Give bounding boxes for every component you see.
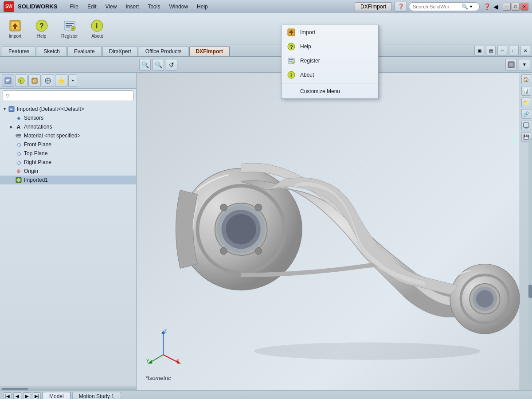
horizontal-scrollbar[interactable] <box>0 387 136 390</box>
tree-annotations[interactable]: ▶ A Annotations <box>0 122 136 131</box>
minimize-panel-button[interactable]: ─ <box>497 46 507 55</box>
tabs-bar: Features Sketch Evaluate DimXpert Office… <box>0 44 532 57</box>
nav-prev[interactable]: ◀ <box>13 392 21 399</box>
tab-features[interactable]: Features <box>2 46 36 56</box>
import-icon <box>8 19 22 33</box>
scroll-thumb[interactable] <box>2 388 28 390</box>
dropdown-about[interactable]: i About <box>282 68 378 82</box>
collapse-panel-button[interactable]: ▣ <box>474 46 484 55</box>
imported1-label: Imported1 <box>24 177 133 183</box>
view-dropdown-button[interactable]: ▼ <box>519 59 530 70</box>
svg-rect-28 <box>10 109 12 110</box>
register-icon: ✓ <box>63 19 77 33</box>
config-tree-button[interactable]: ⚙ <box>28 74 41 87</box>
dropdown-help-icon: ? <box>287 42 296 51</box>
dxfimport-button[interactable]: DXFImport <box>355 2 392 11</box>
top-plane-label: Top Plane <box>24 150 133 156</box>
help-icon[interactable]: ❓ <box>482 2 492 11</box>
panel-more-button[interactable]: » <box>68 74 77 87</box>
about-icon: i <box>90 19 104 33</box>
dropdown-help[interactable]: ? Help <box>282 39 378 54</box>
annotations-expander[interactable]: ▶ <box>10 125 15 129</box>
svg-rect-17 <box>6 80 9 81</box>
favorites-button[interactable]: ⭐ <box>55 74 67 87</box>
menu-help[interactable]: Help <box>193 3 211 11</box>
feature-tree: ▼ Imported (Default<<Default> ◆ Sensors … <box>0 103 136 387</box>
nav-next[interactable]: ▶ <box>23 392 31 399</box>
toolbar-help[interactable]: ? Help <box>32 17 51 40</box>
tree-sensors[interactable]: ◆ Sensors <box>0 113 136 122</box>
tab-model[interactable]: Model <box>43 392 70 399</box>
menu-file[interactable]: File <box>66 3 82 11</box>
feature-tree-button[interactable] <box>2 74 14 87</box>
tree-root[interactable]: ▼ Imported (Default<<Default> <box>0 105 136 113</box>
nav-first[interactable]: |◀ <box>4 392 12 399</box>
help-circle-button[interactable]: ❓ <box>395 2 407 12</box>
tab-motion-study[interactable]: Motion Study 1 <box>72 392 121 399</box>
tab-evaluate[interactable]: Evaluate <box>67 46 102 56</box>
root-expander[interactable]: ▼ <box>3 107 8 111</box>
menu-insert[interactable]: Insert <box>122 3 142 11</box>
toolbar-register[interactable]: ✓ Register <box>59 17 80 40</box>
search-icon[interactable]: 🔍 <box>462 4 468 10</box>
dropdown-register[interactable]: Register <box>282 54 378 68</box>
svg-text:?: ? <box>290 44 293 50</box>
tree-front-plane[interactable]: ◇ Front Plane <box>0 140 136 149</box>
menu-tools[interactable]: Tools <box>144 3 164 11</box>
rs-chart-button[interactable]: 📊 <box>521 86 531 96</box>
minimize-button[interactable]: ─ <box>503 3 511 11</box>
restore-panel-button[interactable]: □ <box>509 46 519 55</box>
tab-dimxpert[interactable]: DimXpert <box>102 46 138 56</box>
tab-sketch[interactable]: Sketch <box>37 46 66 56</box>
tab-office-products[interactable]: Office Products <box>139 46 188 56</box>
tree-origin[interactable]: ⊕ Origin <box>0 167 136 176</box>
left-panel: i ⚙ ⭐ » ▽ ▼ Imported (Default<<D <box>0 73 137 390</box>
arrow-icon[interactable]: ◀ <box>493 2 499 11</box>
search-input[interactable] <box>413 4 462 9</box>
3d-viewport[interactable]: Z X Y *Isometric <box>137 73 520 390</box>
front-plane-label: Front Plane <box>24 141 133 148</box>
material-icon <box>15 132 22 139</box>
root-label: Imported (Default<<Default> <box>17 106 133 112</box>
svg-point-71 <box>292 61 294 63</box>
tree-right-plane[interactable]: ◇ Right Plane <box>0 158 136 167</box>
menu-window[interactable]: Window <box>165 3 192 11</box>
maximize-button[interactable]: □ <box>512 3 520 11</box>
dxfimport-dropdown-menu: Import ? Help Register i About Customize… <box>281 25 379 99</box>
vertical-scroll-thumb[interactable] <box>528 285 532 298</box>
tree-top-plane[interactable]: ◇ Top Plane <box>0 149 136 158</box>
vertical-scrollbar-track[interactable] <box>528 137 532 383</box>
annotations-label: Annotations <box>24 124 133 130</box>
close-panel-button[interactable]: ✕ <box>520 46 530 55</box>
dropdown-import[interactable]: Import <box>282 25 378 39</box>
3d-model-svg <box>137 73 520 390</box>
search-dropdown-icon[interactable]: ▼ <box>469 4 473 9</box>
menu-view[interactable]: View <box>102 3 121 11</box>
svg-point-48 <box>255 204 262 211</box>
material-label: Material <not specified> <box>24 133 133 139</box>
rotate-button[interactable]: ↺ <box>166 59 177 70</box>
toolbar-import[interactable]: Import <box>5 17 25 40</box>
tree-imported1[interactable]: Imported1 <box>0 176 136 184</box>
rs-home-button[interactable]: 🏠 <box>521 74 531 84</box>
close-button[interactable]: ✕ <box>520 3 528 11</box>
dropdown-customize-menu[interactable]: Customize Menu <box>282 84 378 98</box>
register-label: Register <box>61 34 78 39</box>
zoom-out-button[interactable]: 🔍 <box>153 59 164 70</box>
tab-dxfimport[interactable]: DXFImport <box>189 46 230 56</box>
nav-last[interactable]: ▶| <box>33 392 41 399</box>
toolbar-about[interactable]: i About <box>87 17 107 40</box>
rs-display-button[interactable] <box>521 121 531 130</box>
menu-edit[interactable]: Edit <box>84 3 100 11</box>
annotations-icon: A <box>15 123 22 130</box>
import-label: Import <box>9 34 21 39</box>
display-tree-button[interactable] <box>42 74 54 87</box>
tree-search-input[interactable] <box>11 93 130 98</box>
rs-folder-button[interactable]: 📁 <box>521 98 531 107</box>
expand-panel-button[interactable]: ▤ <box>486 46 496 55</box>
zoom-fit-button[interactable]: 🔍 <box>139 59 151 70</box>
property-tree-button[interactable]: i <box>15 74 27 87</box>
tree-material[interactable]: Material <not specified> <box>0 131 136 140</box>
rs-link-button[interactable]: 🔗 <box>521 109 531 119</box>
view-options-button[interactable] <box>505 59 517 70</box>
